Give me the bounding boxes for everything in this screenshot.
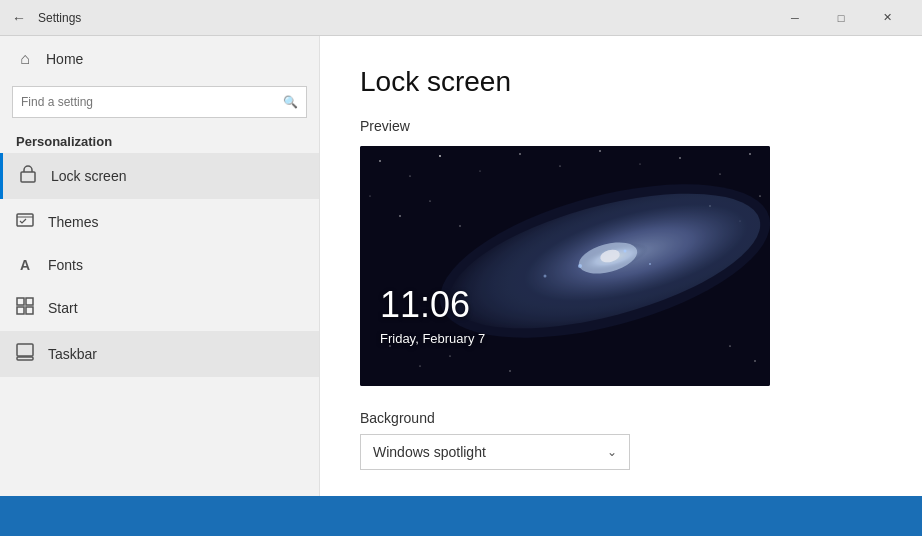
svg-point-40: [624, 250, 627, 253]
svg-point-23: [429, 200, 430, 201]
sidebar-item-fonts[interactable]: A Fonts: [0, 245, 319, 285]
svg-point-14: [519, 153, 520, 154]
svg-point-13: [480, 171, 481, 172]
sidebar-item-lock-screen[interactable]: Lock screen: [0, 153, 319, 199]
dropdown-arrow-icon: ⌄: [607, 445, 617, 459]
sidebar-section-title: Personalization: [0, 126, 319, 153]
background-label: Background: [360, 410, 882, 426]
home-icon: ⌂: [16, 50, 34, 68]
content-area: Lock screen Preview: [320, 36, 922, 496]
title-bar: ← Settings ─ □ ✕: [0, 0, 922, 36]
svg-rect-4: [26, 298, 33, 305]
svg-point-12: [439, 155, 441, 157]
close-button[interactable]: ✕: [864, 0, 910, 36]
svg-rect-7: [17, 344, 33, 356]
svg-point-32: [729, 345, 730, 346]
search-box[interactable]: 🔍: [12, 86, 307, 118]
back-icon[interactable]: ←: [12, 10, 26, 26]
lock-screen-icon: [19, 165, 37, 187]
themes-label: Themes: [48, 214, 99, 230]
search-icon: 🔍: [283, 95, 298, 109]
taskbar-icon: [16, 343, 34, 365]
svg-rect-5: [17, 307, 24, 314]
preview-label: Preview: [360, 118, 882, 134]
lock-screen-label: Lock screen: [51, 168, 126, 184]
svg-point-42: [544, 275, 547, 278]
start-label: Start: [48, 300, 78, 316]
lock-screen-date: Friday, February 7: [380, 331, 485, 346]
svg-point-17: [640, 164, 641, 165]
svg-point-16: [599, 150, 601, 152]
taskbar-label: Taskbar: [48, 346, 97, 362]
svg-point-33: [754, 360, 755, 361]
start-icon: [16, 297, 34, 319]
svg-point-21: [370, 196, 371, 197]
svg-point-30: [449, 355, 450, 356]
svg-point-10: [379, 160, 381, 162]
taskbar: [0, 496, 922, 536]
sidebar-item-start[interactable]: Start: [0, 285, 319, 331]
fonts-icon: A: [16, 257, 34, 273]
title-bar-left: ← Settings: [12, 10, 772, 26]
svg-point-29: [420, 366, 421, 367]
svg-point-24: [459, 225, 461, 227]
svg-point-15: [559, 165, 560, 166]
sidebar-item-themes[interactable]: Themes: [0, 199, 319, 245]
background-value: Windows spotlight: [373, 444, 486, 460]
lock-screen-time: 11:06: [380, 284, 470, 326]
svg-rect-0: [21, 172, 35, 182]
maximize-button[interactable]: □: [818, 0, 864, 36]
svg-point-39: [578, 264, 582, 268]
page-title: Lock screen: [360, 66, 882, 98]
svg-point-41: [649, 263, 651, 265]
svg-point-27: [759, 195, 760, 196]
svg-point-18: [679, 157, 680, 158]
lock-screen-preview: 11:06 Friday, February 7: [360, 146, 770, 386]
sidebar: ⌂ Home 🔍 Personalization Lock screen: [0, 36, 320, 496]
search-input[interactable]: [21, 95, 283, 109]
svg-rect-6: [26, 307, 33, 314]
home-label: Home: [46, 51, 83, 67]
main-content: ⌂ Home 🔍 Personalization Lock screen: [0, 36, 922, 496]
svg-point-19: [719, 173, 720, 174]
themes-icon: [16, 211, 34, 233]
title-bar-title: Settings: [38, 11, 81, 25]
svg-point-31: [509, 370, 511, 372]
fonts-label: Fonts: [48, 257, 83, 273]
title-bar-controls: ─ □ ✕: [772, 0, 910, 36]
background-dropdown[interactable]: Windows spotlight ⌄: [360, 434, 630, 470]
svg-rect-3: [17, 298, 24, 305]
svg-point-20: [749, 153, 751, 155]
minimize-button[interactable]: ─: [772, 0, 818, 36]
sidebar-item-taskbar[interactable]: Taskbar: [0, 331, 319, 377]
svg-rect-8: [17, 357, 33, 360]
svg-point-22: [399, 215, 400, 216]
sidebar-item-home[interactable]: ⌂ Home: [0, 36, 319, 82]
svg-point-11: [409, 175, 410, 176]
